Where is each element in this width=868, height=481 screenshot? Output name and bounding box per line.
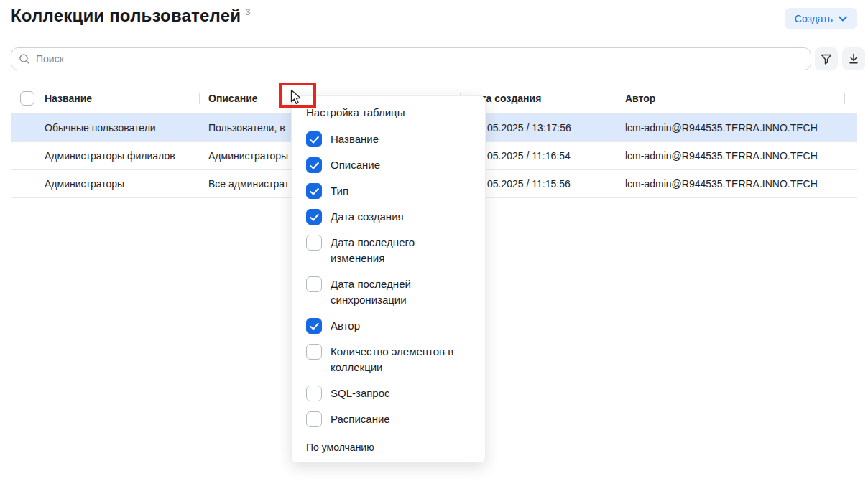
cell-name: Администраторы филиалов [45, 150, 175, 162]
search-icon [19, 53, 30, 65]
column-option-type[interactable]: Тип [306, 183, 471, 199]
reset-to-default-button[interactable]: По умолчанию [306, 442, 471, 453]
cell-name: Обычные пользователи [45, 122, 156, 134]
create-button[interactable]: Создать [785, 8, 857, 29]
column-option-last-modified[interactable]: Дата последнего изменения [306, 235, 471, 266]
cell-created: 05.2025 / 11:16:54 [487, 150, 571, 162]
column-header-name: Название [45, 93, 92, 104]
cell-created: 05.2025 / 13:17:56 [487, 122, 571, 134]
cell-author: lcm-admin@R944535.TERRA.INNO.TECH [625, 178, 818, 190]
filter-funnel-icon [820, 52, 833, 65]
checkbox[interactable] [306, 157, 322, 173]
cell-description: Администраторы [208, 150, 288, 162]
search-box[interactable] [11, 47, 811, 70]
column-divider [844, 93, 845, 104]
checkbox[interactable] [306, 276, 322, 292]
column-option-author[interactable]: Автор [306, 318, 471, 334]
checkbox[interactable] [306, 183, 322, 199]
column-option-created[interactable]: Дата создания [306, 209, 471, 225]
cell-name: Администраторы [45, 178, 124, 190]
cell-description: Все администрат [208, 178, 289, 190]
column-option-description[interactable]: Описание [306, 157, 471, 173]
checkbox[interactable] [306, 344, 322, 360]
checkbox[interactable] [306, 209, 322, 225]
column-option-last-sync[interactable]: Дата последней синхронизации [306, 276, 471, 308]
search-row [11, 47, 858, 70]
cell-created: 05.2025 / 11:15:56 [487, 178, 571, 190]
cell-author: lcm-admin@R944535.TERRA.INNO.TECH [625, 150, 818, 162]
page-title: Коллекции пользователей [11, 6, 241, 26]
column-option-item-count[interactable]: Количество элементов в коллекции [306, 344, 471, 375]
search-input[interactable] [36, 53, 803, 65]
select-all-checkbox[interactable] [20, 91, 34, 106]
column-divider [199, 93, 200, 104]
download-button[interactable] [842, 47, 865, 70]
collections-count-badge: 3 [245, 6, 250, 17]
download-icon [847, 52, 860, 65]
checkbox[interactable] [306, 235, 322, 251]
cell-author: lcm-admin@R944535.TERRA.INNO.TECH [625, 122, 818, 134]
column-option-sql-query[interactable]: SQL-запрос [306, 386, 471, 401]
column-divider [617, 93, 617, 104]
checkbox[interactable] [306, 386, 322, 401]
popup-title: Настройка таблицы [306, 106, 471, 118]
cell-description: Пользователи, в [208, 122, 285, 134]
create-button-label: Создать [795, 13, 833, 24]
column-option-name[interactable]: Название [306, 131, 471, 147]
column-option-schedule[interactable]: Расписание [306, 411, 471, 427]
filter-button[interactable] [815, 47, 838, 70]
table-settings-popup: Настройка таблицы Название Описание Тип … [291, 95, 486, 463]
column-header-author: Автор [625, 93, 655, 104]
checkbox[interactable] [306, 411, 322, 427]
column-header-description: Описание [208, 93, 258, 104]
chevron-down-icon [839, 16, 847, 22]
checkbox[interactable] [306, 131, 322, 147]
page-header: Коллекции пользователей 3 Создать [11, 6, 857, 29]
checkbox[interactable] [306, 318, 322, 334]
